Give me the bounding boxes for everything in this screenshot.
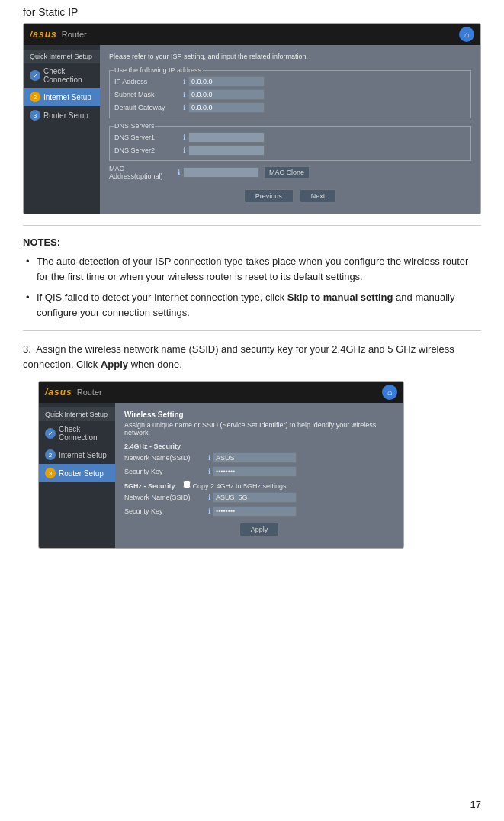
sidebar-item-router-1[interactable]: 3 Router Setup — [24, 106, 100, 124]
mac-row: MAC Address(optional) ℹ MAC Clone — [109, 165, 471, 180]
ssid-5-row: Network Name(SSID) ℹ — [124, 492, 394, 503]
mac-input[interactable] — [183, 167, 259, 178]
note-bold-2: Skip to manual setting — [287, 291, 393, 303]
wireless-notice: Assign a unique name or SSID (Service Se… — [124, 421, 394, 436]
router-body-2: Quick Internet Setup ✓ Check Connection … — [39, 403, 403, 548]
ip-input[interactable] — [188, 76, 265, 87]
sidebar-quick-label-2: Quick Internet Setup — [45, 410, 108, 418]
key-5-input[interactable] — [213, 506, 297, 517]
ssid-5-label: Network Name(SSID) — [124, 494, 208, 501]
key-5-label: Security Key — [124, 507, 208, 515]
dns2-info-icon[interactable]: ℹ — [183, 146, 185, 154]
step-3-text: 3. Assign the wireless network name (SSI… — [23, 342, 481, 372]
dns2-row: DNS Server2 ℹ — [114, 145, 466, 156]
home-icon-2[interactable]: ⌂ — [382, 385, 397, 400]
key-24-info[interactable]: ℹ — [208, 468, 210, 475]
divider-1 — [23, 225, 481, 226]
router-logo-2: /asus — [45, 387, 72, 398]
router-body-1: Quick Internet Setup ✓ Check Connection … — [24, 45, 480, 214]
gateway-label: Default Gateway — [114, 104, 183, 111]
key-5-row: Security Key ℹ — [124, 506, 394, 517]
sidebar-icon-internet-1: 2 — [30, 92, 40, 102]
router-logo-1: /asus — [30, 29, 57, 40]
ip-label: IP Address — [114, 78, 183, 85]
notes-list: The auto-detection of your ISP connectio… — [23, 254, 481, 320]
sidebar-internet-label-1: Internet Setup — [43, 93, 91, 101]
ssid-24-info[interactable]: ℹ — [208, 454, 210, 462]
sidebar-item-quick-1[interactable]: Quick Internet Setup — [24, 50, 100, 63]
copy-label: Copy 2.4GHz to 5GHz settings. — [193, 482, 289, 490]
key-24-input[interactable] — [213, 466, 297, 477]
home-icon-1[interactable]: ⌂ — [459, 27, 474, 42]
sidebar-item-check-1[interactable]: ✓ Check Connection — [24, 63, 100, 88]
dns2-label: DNS Server2 — [114, 146, 183, 154]
step-3-text-before: Assign the wireless network name (SSID) … — [23, 343, 454, 370]
apply-row: Apply — [124, 523, 394, 536]
dns2-input[interactable] — [188, 145, 265, 156]
gateway-input[interactable] — [188, 102, 265, 113]
ssid-24-label: Network Name(SSID) — [124, 454, 208, 462]
router-topbar-2: /asus Router ⌂ — [39, 382, 403, 403]
sidebar-icon-router-1: 3 — [30, 110, 40, 121]
dns1-input[interactable] — [188, 132, 265, 143]
mac-clone-button[interactable]: MAC Clone — [264, 166, 310, 179]
note-item-2: If QIS failed to detect your Internet co… — [23, 290, 481, 320]
step-3-bold: Apply — [101, 359, 128, 370]
ip-info-icon[interactable]: ℹ — [183, 78, 185, 85]
router-label-1: Router — [62, 30, 87, 39]
sidebar-icon-check-2: ✓ — [45, 428, 56, 439]
5ghz-header: 5GHz - Security Copy 2.4GHz to 5GHz sett… — [124, 481, 394, 490]
key-24-label: Security Key — [124, 468, 208, 475]
subnet-row: Subnet Mask ℹ — [114, 89, 466, 100]
step-3-number: 3. — [23, 343, 31, 355]
sidebar-item-internet-2[interactable]: 2 Internet Setup — [39, 446, 115, 464]
router-topbar-1: /asus Router ⌂ — [24, 24, 480, 45]
dns1-info-icon[interactable]: ℹ — [183, 134, 185, 141]
dns1-row: DNS Server1 ℹ — [114, 132, 466, 143]
dns-legend: DNS Servers — [114, 122, 155, 130]
24ghz-header: 2.4GHz - Security — [124, 443, 394, 450]
gateway-row: Default Gateway ℹ — [114, 102, 466, 113]
divider-2 — [23, 330, 481, 331]
key-24-row: Security Key ℹ — [124, 466, 394, 477]
sidebar-router-label-2: Router Setup — [59, 469, 104, 478]
sidebar-check-label-1: Check Connection — [43, 67, 94, 84]
sidebar-item-router-2[interactable]: 3 Router Setup — [39, 464, 115, 482]
sidebar-icon-check-1: ✓ — [30, 70, 40, 81]
copy-checkbox[interactable] — [183, 481, 191, 488]
ssid-5-input[interactable] — [213, 492, 297, 503]
sidebar-router-label-1: Router Setup — [43, 111, 88, 120]
previous-button[interactable]: Previous — [244, 189, 294, 203]
router-sidebar-1: Quick Internet Setup ✓ Check Connection … — [24, 45, 100, 214]
page-header: for Static IP — [0, 0, 504, 23]
note-text-2-before: If QIS failed to detect your Internet co… — [37, 291, 287, 303]
router-main-2: Wireless Setting Assign a unique name or… — [115, 403, 403, 548]
step-3-text-after: when done. — [128, 359, 182, 370]
step-3-section: 3. Assign the wireless network name (SSI… — [0, 342, 504, 549]
sidebar-internet-label-2: Internet Setup — [59, 451, 107, 459]
ssid-5-info[interactable]: ℹ — [208, 494, 210, 501]
router-screenshot-2: /asus Router ⌂ Quick Internet Setup ✓ Ch… — [38, 381, 404, 549]
key-5-info[interactable]: ℹ — [208, 507, 210, 515]
router-label-2: Router — [77, 388, 102, 397]
router-screenshot-1: /asus Router ⌂ Quick Internet Setup ✓ Ch… — [23, 23, 481, 214]
sidebar-quick-label-1: Quick Internet Setup — [30, 53, 92, 60]
sidebar-check-label-2: Check Connection — [59, 425, 109, 442]
ip-legend: Use the following IP address: — [114, 66, 203, 74]
subnet-input[interactable] — [188, 89, 265, 100]
sidebar-item-check-2[interactable]: ✓ Check Connection — [39, 421, 115, 446]
mac-label: MAC Address(optional) — [109, 165, 178, 180]
apply-button[interactable]: Apply — [239, 523, 280, 536]
next-button[interactable]: Next — [300, 189, 337, 203]
sidebar-icon-router-2: 3 — [45, 468, 56, 478]
ssid-24-input[interactable] — [213, 452, 297, 463]
sidebar-item-quick-2[interactable]: Quick Internet Setup — [39, 407, 115, 421]
gateway-info-icon[interactable]: ℹ — [183, 104, 185, 111]
subnet-label: Subnet Mask — [114, 91, 183, 98]
ssid-24-row: Network Name(SSID) ℹ — [124, 452, 394, 463]
router-sidebar-2: Quick Internet Setup ✓ Check Connection … — [39, 403, 115, 548]
router-main-1: Please refer to your ISP setting, and in… — [100, 45, 480, 214]
mac-info-icon[interactable]: ℹ — [178, 169, 180, 176]
sidebar-item-internet-1[interactable]: 2 Internet Setup — [24, 88, 100, 106]
subnet-info-icon[interactable]: ℹ — [183, 91, 185, 98]
